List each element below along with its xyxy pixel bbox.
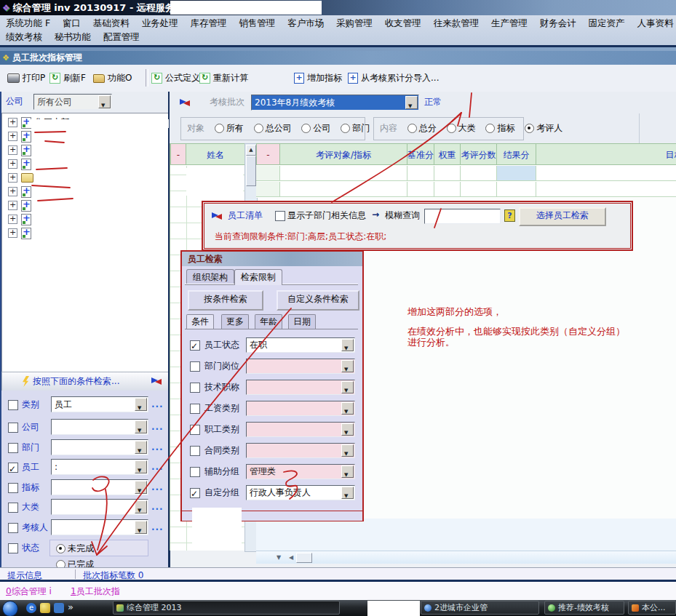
menu-fixed-assets[interactable]: 固定资产 — [587, 17, 627, 31]
expand-icon[interactable] — [8, 187, 17, 196]
import-score-button[interactable]: 从考核累计分导入... — [348, 70, 439, 86]
subtab-age[interactable]: 年龄 — [255, 314, 282, 329]
chevron-down-icon[interactable] — [135, 398, 147, 411]
worker-type-combobox[interactable] — [246, 422, 355, 437]
expand-icon[interactable] — [8, 159, 17, 169]
chevron-down-icon[interactable] — [341, 465, 354, 478]
chevron-down-icon[interactable] — [405, 96, 418, 109]
radio-total[interactable]: 总分 — [407, 123, 437, 133]
tab-search-limit[interactable]: 检索限制 — [234, 269, 282, 285]
company-combobox[interactable]: 所有公司 — [33, 94, 112, 110]
indicator-combobox[interactable] — [51, 479, 148, 495]
help-icon[interactable]: ? — [504, 209, 515, 222]
chevron-down-icon[interactable] — [341, 381, 354, 393]
mdi-tab-batch[interactable]: 1员工批次指 — [71, 585, 120, 598]
more-button[interactable]: ... — [151, 519, 164, 535]
search-by-condition-button[interactable]: 按条件检索 — [188, 290, 263, 311]
radio-assessor[interactable]: 考评人 — [525, 123, 562, 133]
radio-company[interactable]: 公司 — [301, 123, 330, 133]
grid-row[interactable] — [256, 182, 676, 198]
company-filter-combobox[interactable] — [51, 419, 148, 435]
swap-arrows-icon[interactable] — [212, 212, 222, 220]
print-button[interactable]: 打印P — [7, 70, 45, 86]
expand-icon[interactable] — [8, 118, 17, 127]
dept-position-combobox[interactable] — [246, 359, 355, 374]
expand-icon[interactable] — [8, 173, 17, 183]
chevron-down-icon[interactable] — [341, 423, 354, 436]
chevron-down-icon[interactable] — [341, 487, 354, 499]
menu-inventory[interactable]: 库存管理 — [188, 17, 228, 31]
expand-icon[interactable] — [8, 201, 17, 210]
expand-icon[interactable] — [8, 132, 17, 141]
menu-window[interactable]: 窗口 — [61, 17, 82, 31]
tree-item[interactable] — [8, 227, 35, 240]
browser-icon[interactable]: e — [26, 603, 36, 613]
emp-status-combobox[interactable]: 在职 — [246, 337, 355, 353]
chevron-down-icon[interactable] — [135, 420, 147, 433]
checkbox-checked[interactable] — [190, 340, 200, 351]
checkbox[interactable] — [190, 404, 200, 414]
menu-customer[interactable]: 客户市场 — [286, 17, 325, 31]
scroll-down-icon[interactable]: ▼ — [277, 554, 281, 561]
tech-title-combobox[interactable] — [246, 380, 355, 395]
search-condition-header[interactable]: 按照下面的条件检索... — [1, 372, 170, 392]
checkbox[interactable] — [8, 543, 18, 553]
chevron-down-icon[interactable] — [341, 360, 354, 372]
swap-arrows-icon[interactable] — [180, 99, 190, 106]
checkbox[interactable] — [8, 423, 18, 433]
subtab-date[interactable]: 日期 — [288, 314, 316, 329]
menu-income[interactable]: 收支管理 — [383, 17, 423, 31]
select-employee-button[interactable]: 选择员工检索 — [519, 207, 606, 226]
more-button[interactable]: ... — [151, 396, 164, 412]
assessor-combobox[interactable] — [51, 519, 148, 535]
subdept-checkbox[interactable] — [275, 211, 285, 221]
chevron-down-icon[interactable] — [135, 500, 147, 513]
taskbar-button-2[interactable]: 推荐-绩效考核 — [544, 601, 624, 615]
checkbox[interactable] — [8, 443, 18, 453]
tree-item[interactable] — [8, 158, 35, 171]
batch-combobox[interactable]: 2013年8月绩效考核 — [251, 95, 419, 111]
checkbox[interactable] — [190, 446, 200, 456]
employee-combobox[interactable]: : — [51, 459, 148, 475]
radio-head-company[interactable]: 总公司 — [254, 123, 292, 133]
tree-item[interactable] — [8, 185, 35, 199]
checkbox[interactable] — [8, 503, 18, 513]
checkbox[interactable] — [8, 523, 18, 533]
tree-item-root[interactable]: 集团本部 — [8, 116, 70, 129]
tree-item[interactable] — [8, 130, 35, 143]
col-header-result-score[interactable]: 结果分 — [497, 143, 536, 165]
grid-row[interactable] — [256, 166, 676, 182]
radio-indicator[interactable]: 指标 — [485, 123, 514, 133]
tree-item[interactable] — [8, 144, 35, 157]
more-button[interactable]: ... — [151, 439, 164, 455]
checkbox-checked[interactable] — [190, 488, 200, 498]
more-button[interactable]: ... — [151, 499, 164, 515]
checkbox[interactable] — [8, 400, 18, 410]
col-header-eval-score[interactable]: 考评分数 — [461, 143, 497, 165]
name-column-header[interactable]: 姓名 — [186, 143, 245, 165]
chevron-down-icon[interactable] — [135, 521, 147, 534]
recalculate-button[interactable]: 重新计算 — [199, 70, 248, 86]
start-button[interactable] — [2, 601, 18, 616]
expand-icon[interactable] — [8, 228, 17, 238]
col-header-goal[interactable]: 目标 — [536, 143, 676, 165]
menu-basic-data[interactable]: 基础资料 — [92, 17, 131, 31]
chevron-down-icon[interactable] — [341, 444, 354, 457]
more-button[interactable]: ... — [151, 459, 164, 475]
checkbox-checked[interactable] — [8, 463, 18, 473]
chevron-down-icon[interactable] — [135, 460, 147, 473]
subtab-more[interactable]: 更多 — [221, 314, 249, 329]
function-button[interactable]: 功能O — [93, 70, 132, 86]
chevron-down-icon[interactable] — [98, 95, 111, 108]
checkbox[interactable] — [190, 467, 200, 477]
formula-define-button[interactable]: 公式定义 — [151, 70, 200, 86]
contract-type-combobox[interactable] — [246, 443, 355, 458]
custom-condition-button[interactable]: 自定义条件检索 — [277, 290, 359, 311]
menu-finance[interactable]: 财务会计 — [538, 17, 578, 31]
menu-config[interactable]: 配置管理 — [102, 31, 141, 44]
menu-secretary[interactable]: 秘书功能 — [53, 31, 92, 44]
tree-item[interactable] — [8, 172, 36, 185]
add-indicator-button[interactable]: 增加指标 — [294, 70, 342, 86]
expand-icon[interactable] — [8, 215, 17, 224]
quicklaunch-icon[interactable] — [40, 603, 50, 613]
